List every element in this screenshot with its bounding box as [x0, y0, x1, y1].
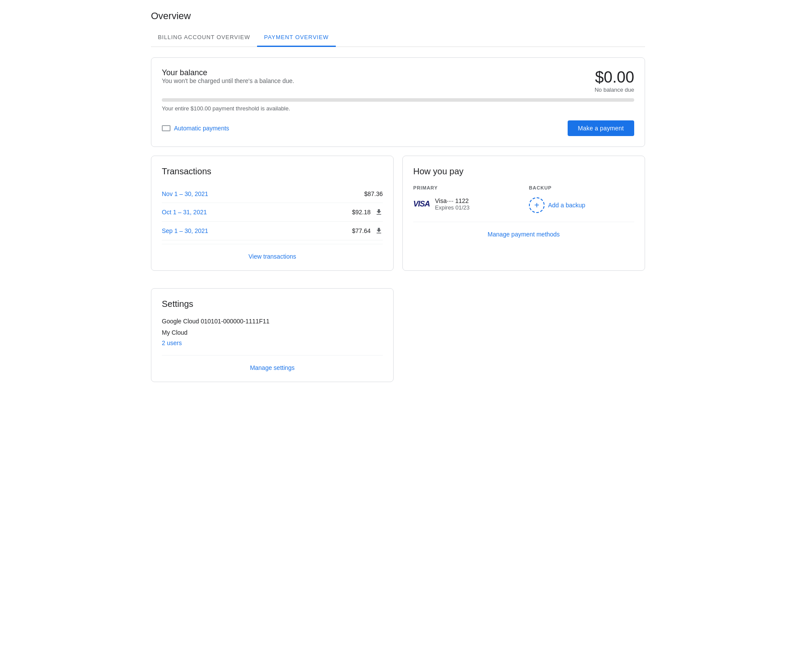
add-backup-text: Add a backup: [548, 202, 585, 209]
primary-payment-column: PRIMARY VISA Visa···· 1122 Expires 01/23: [413, 185, 518, 213]
balance-description: You won't be charged until there's a bal…: [162, 77, 294, 84]
table-row: Nov 1 – 30, 2021 $87.36: [162, 185, 383, 203]
two-col-layout: Transactions Nov 1 – 30, 2021 $87.36 Oct…: [151, 156, 645, 279]
settings-account-id: Google Cloud 010101-000000-1111F11: [162, 318, 383, 325]
balance-amount: $0.00 No balance due: [595, 68, 634, 93]
balance-header: Your balance You won't be charged until …: [162, 68, 634, 93]
balance-footer: Automatic payments Make a payment: [162, 120, 634, 136]
tab-billing-account-overview[interactable]: BILLING ACCOUNT OVERVIEW: [151, 29, 257, 47]
backup-label: BACKUP: [529, 185, 634, 190]
transaction-date-1[interactable]: Nov 1 – 30, 2021: [162, 190, 208, 197]
view-transactions-footer: View transactions: [162, 244, 383, 260]
tabs-container: BILLING ACCOUNT OVERVIEW PAYMENT OVERVIE…: [151, 29, 645, 47]
page-title: Overview: [151, 10, 645, 22]
table-row: Sep 1 – 30, 2021 $77.64: [162, 222, 383, 240]
balance-card: Your balance You won't be charged until …: [151, 57, 645, 147]
threshold-text: Your entire $100.00 payment threshold is…: [162, 105, 634, 112]
settings-users-link[interactable]: 2 users: [162, 339, 383, 346]
transactions-card: Transactions Nov 1 – 30, 2021 $87.36 Oct…: [151, 156, 394, 271]
transaction-date-3[interactable]: Sep 1 – 30, 2021: [162, 227, 208, 234]
page-container: Overview BILLING ACCOUNT OVERVIEW PAYMEN…: [137, 0, 659, 401]
progress-bar-container: [162, 98, 634, 102]
how-you-pay-title: How you pay: [413, 166, 634, 176]
view-transactions-link[interactable]: View transactions: [248, 253, 296, 260]
transaction-amount-3: $77.64: [352, 227, 383, 235]
add-backup-button[interactable]: + Add a backup: [529, 197, 634, 213]
table-row: Oct 1 – 31, 2021 $92.18: [162, 203, 383, 222]
manage-settings-link[interactable]: Manage settings: [250, 364, 295, 371]
tab-payment-overview[interactable]: PAYMENT OVERVIEW: [257, 29, 336, 47]
automatic-payments-link[interactable]: Automatic payments: [162, 125, 229, 132]
settings-card: Settings Google Cloud 010101-000000-1111…: [151, 288, 394, 382]
visa-logo: VISA: [413, 200, 430, 209]
how-you-pay-card: How you pay PRIMARY VISA Visa···· 1122 E…: [402, 156, 645, 271]
transaction-date-2[interactable]: Oct 1 – 31, 2021: [162, 209, 207, 216]
plus-icon: +: [529, 197, 545, 213]
balance-amount-value: $0.00: [595, 68, 634, 86]
manage-payment-footer: Manage payment methods: [413, 222, 634, 238]
transaction-amount-2: $92.18: [352, 208, 383, 216]
download-icon-2[interactable]: [375, 227, 383, 235]
transactions-title: Transactions: [162, 166, 383, 176]
backup-payment-column: BACKUP + Add a backup: [529, 185, 634, 213]
card-details: Visa···· 1122 Expires 01/23: [435, 197, 470, 211]
card-number: Visa···· 1122: [435, 197, 470, 204]
settings-title: Settings: [162, 299, 383, 309]
primary-card-info: VISA Visa···· 1122 Expires 01/23: [413, 197, 518, 211]
primary-label: PRIMARY: [413, 185, 518, 190]
balance-amount-label: No balance due: [595, 86, 634, 93]
settings-account-name: My Cloud: [162, 329, 383, 336]
card-expiry: Expires 01/23: [435, 204, 470, 211]
balance-left: Your balance You won't be charged until …: [162, 68, 294, 93]
manage-payment-methods-link[interactable]: Manage payment methods: [488, 231, 560, 238]
transaction-amount-1: $87.36: [364, 190, 383, 197]
make-payment-button[interactable]: Make a payment: [568, 120, 634, 136]
manage-settings-footer: Manage settings: [162, 355, 383, 371]
download-icon-1[interactable]: [375, 208, 383, 216]
credit-card-icon: [162, 125, 171, 131]
payment-methods-columns: PRIMARY VISA Visa···· 1122 Expires 01/23…: [413, 185, 634, 213]
balance-title: Your balance: [162, 68, 294, 77]
